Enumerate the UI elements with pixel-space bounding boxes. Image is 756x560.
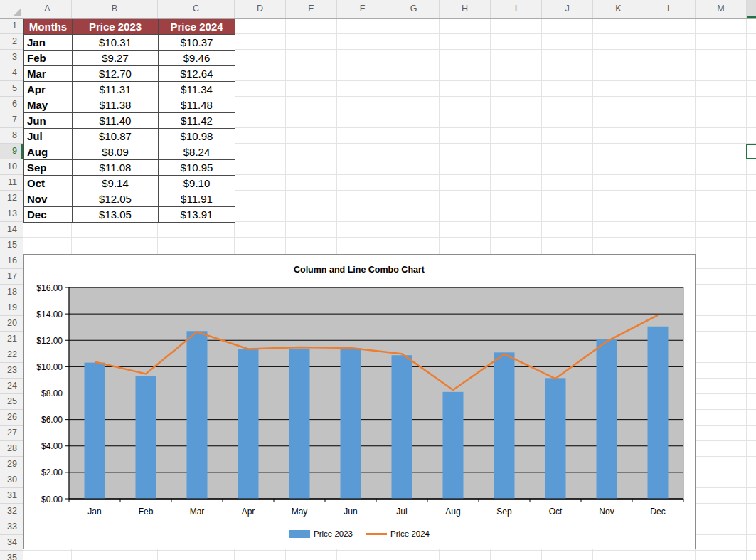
row-header-10[interactable]: 10 [0, 159, 23, 175]
cell-price-2024[interactable]: $11.48 [159, 97, 235, 113]
cell-month[interactable]: May [24, 97, 73, 113]
row-header-17[interactable]: 17 [0, 269, 23, 285]
row-header-26[interactable]: 26 [0, 410, 23, 426]
cell-price-2023[interactable]: $8.09 [73, 144, 159, 160]
bar-Dec[interactable] [648, 327, 669, 499]
cell-price-2023[interactable]: $9.27 [73, 51, 159, 66]
column-header-A[interactable]: A [23, 0, 72, 18]
cell-month[interactable]: Sep [24, 160, 73, 176]
row-header-33[interactable]: 33 [0, 519, 23, 535]
row-header-19[interactable]: 19 [0, 300, 23, 316]
row-header-13[interactable]: 13 [0, 206, 23, 222]
legend-item[interactable]: Price 2024 [366, 529, 430, 538]
table-header-cell[interactable]: Months [24, 19, 73, 35]
row-header-9[interactable]: 9 [0, 144, 23, 159]
bar-Feb[interactable] [136, 376, 156, 499]
cell-price-2023[interactable]: $11.08 [73, 160, 159, 176]
cell-price-2024[interactable]: $10.95 [159, 160, 235, 176]
bar-Apr[interactable] [238, 349, 259, 499]
bar-May[interactable] [289, 349, 310, 499]
row-header-2[interactable]: 2 [0, 34, 23, 50]
column-header-F[interactable]: F [337, 0, 388, 18]
cell-price-2024[interactable]: $8.24 [159, 144, 235, 160]
column-header-selected-partial[interactable] [747, 0, 756, 18]
select-all-button[interactable] [0, 0, 23, 18]
cell-price-2024[interactable]: $11.34 [159, 82, 235, 97]
row-header-24[interactable]: 24 [0, 379, 23, 394]
row-header-1[interactable]: 1 [0, 19, 23, 34]
column-header-K[interactable]: K [593, 0, 644, 18]
chart-object[interactable]: Column and Line Combo Chart $0.00$2.00$4… [23, 254, 696, 549]
cell-price-2024[interactable]: $12.64 [159, 66, 235, 82]
table-body[interactable]: Jan$10.31$10.37Feb$9.27$9.46Mar$12.70$12… [24, 35, 235, 223]
row-header-29[interactable]: 29 [0, 457, 23, 472]
cell-month[interactable]: Aug [24, 144, 73, 160]
cell-price-2024[interactable]: $9.46 [159, 51, 235, 66]
cell-month[interactable]: Nov [24, 191, 73, 207]
cell-price-2024[interactable]: $11.42 [159, 113, 235, 129]
row-header-21[interactable]: 21 [0, 332, 23, 347]
legend-item[interactable]: Price 2023 [289, 529, 353, 538]
cell-price-2024[interactable]: $13.91 [159, 207, 235, 223]
column-header-C[interactable]: C [158, 0, 235, 18]
row-header-15[interactable]: 15 [0, 238, 23, 253]
row-header-28[interactable]: 28 [0, 441, 23, 457]
table-header-cell[interactable]: Price 2024 [159, 19, 235, 35]
row-header-22[interactable]: 22 [0, 347, 23, 363]
bar-Jun[interactable] [341, 348, 361, 499]
cell-price-2024[interactable]: $9.10 [159, 176, 235, 191]
bar-Nov[interactable] [597, 339, 617, 499]
column-header-L[interactable]: L [644, 0, 696, 18]
row-header-31[interactable]: 31 [0, 488, 23, 504]
cell-month[interactable]: Oct [24, 176, 73, 191]
row-header-35[interactable]: 35 [0, 551, 23, 560]
row-header-34[interactable]: 34 [0, 535, 23, 551]
chart-title[interactable]: Column and Line Combo Chart [294, 265, 425, 275]
cell-price-2024[interactable]: $10.37 [159, 35, 235, 51]
cell-month[interactable]: Mar [24, 66, 73, 82]
cell-price-2023[interactable]: $9.14 [73, 176, 159, 191]
row-header-8[interactable]: 8 [0, 128, 23, 144]
cell-price-2024[interactable]: $11.91 [159, 191, 235, 207]
row-header-5[interactable]: 5 [0, 81, 23, 97]
column-header-D[interactable]: D [235, 0, 286, 18]
price-data-table[interactable]: MonthsPrice 2023Price 2024 Jan$10.31$10.… [23, 19, 235, 223]
cell-month[interactable]: Apr [24, 82, 73, 97]
cell-price-2023[interactable]: $11.31 [73, 82, 159, 97]
bar-Jan[interactable] [85, 363, 105, 499]
cell-price-2023[interactable]: $10.31 [73, 35, 159, 51]
table-header-row[interactable]: MonthsPrice 2023Price 2024 [24, 19, 235, 35]
row-header-18[interactable]: 18 [0, 285, 23, 300]
sheet-grid[interactable]: MonthsPrice 2023Price 2024 Jan$10.31$10.… [23, 19, 756, 560]
row-header-20[interactable]: 20 [0, 316, 23, 332]
column-header-J[interactable]: J [542, 0, 593, 18]
row-header-25[interactable]: 25 [0, 394, 23, 410]
cell-price-2023[interactable]: $13.05 [73, 207, 159, 223]
bar-Sep[interactable] [494, 352, 515, 499]
cell-month[interactable]: Jul [24, 129, 73, 144]
cell-month[interactable]: Dec [24, 207, 73, 223]
bar-Aug[interactable] [443, 392, 464, 499]
column-header-M[interactable]: M [696, 0, 747, 18]
row-header-30[interactable]: 30 [0, 472, 23, 488]
row-header-32[interactable]: 32 [0, 504, 23, 519]
bar-Oct[interactable] [545, 378, 566, 499]
row-header-23[interactable]: 23 [0, 363, 23, 379]
table-header-cell[interactable]: Price 2023 [73, 19, 159, 35]
cell-price-2023[interactable]: $12.05 [73, 191, 159, 207]
row-header-16[interactable]: 16 [0, 253, 23, 269]
row-header-7[interactable]: 7 [0, 112, 23, 128]
column-header-E[interactable]: E [286, 0, 337, 18]
bar-Mar[interactable] [187, 331, 208, 499]
row-header-11[interactable]: 11 [0, 175, 23, 191]
cell-price-2024[interactable]: $10.98 [159, 129, 235, 144]
column-header-G[interactable]: G [388, 0, 440, 18]
row-header-3[interactable]: 3 [0, 50, 23, 65]
column-header-I[interactable]: I [491, 0, 542, 18]
chart-legend[interactable]: Price 2023Price 2024 [24, 528, 695, 539]
row-header-14[interactable]: 14 [0, 222, 23, 238]
bar-Jul[interactable] [392, 355, 412, 499]
cell-price-2023[interactable]: $11.38 [73, 97, 159, 113]
cell-month[interactable]: Jun [24, 113, 73, 129]
row-header-6[interactable]: 6 [0, 97, 23, 112]
